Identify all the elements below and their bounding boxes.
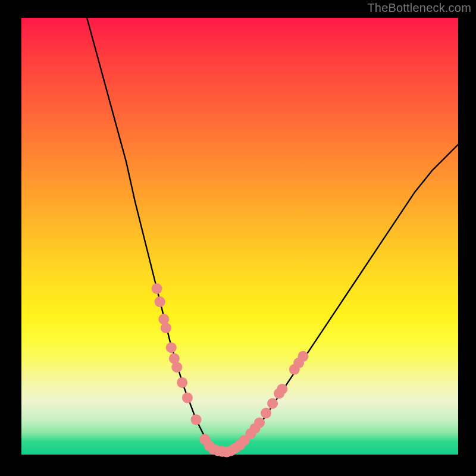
emphasis-dot xyxy=(261,408,271,418)
plot-area xyxy=(21,18,458,455)
watermark-text: TheBottleneck.com xyxy=(367,1,471,15)
emphasis-dot xyxy=(166,342,177,353)
emphasis-dot xyxy=(277,384,287,394)
bottleneck-curve xyxy=(87,18,458,452)
emphasis-dot xyxy=(177,377,187,388)
emphasis-dots-group xyxy=(152,283,309,458)
chart-frame: TheBottleneck.com xyxy=(0,0,476,476)
chart-svg xyxy=(21,18,458,455)
emphasis-dot xyxy=(182,393,193,403)
emphasis-dot xyxy=(161,322,171,333)
emphasis-dot xyxy=(298,351,308,362)
emphasis-dot xyxy=(152,283,162,294)
emphasis-dot xyxy=(254,417,265,428)
emphasis-dot xyxy=(171,362,182,372)
emphasis-dot xyxy=(155,296,165,307)
emphasis-dot xyxy=(267,398,278,409)
emphasis-dot xyxy=(191,414,202,425)
